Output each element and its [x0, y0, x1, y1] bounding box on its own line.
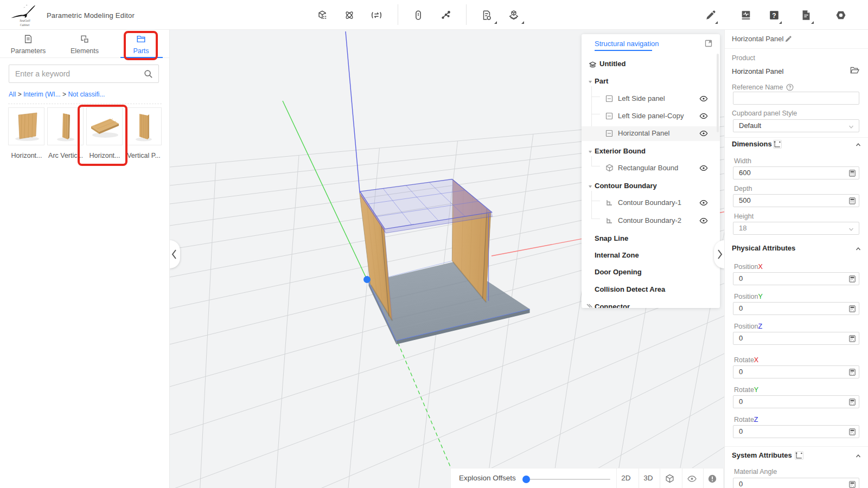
svg-text:Cabinet: Cabinet	[20, 23, 30, 27]
svg-text:?: ?	[772, 12, 776, 20]
svg-text:SeaGull: SeaGull	[20, 19, 30, 22]
